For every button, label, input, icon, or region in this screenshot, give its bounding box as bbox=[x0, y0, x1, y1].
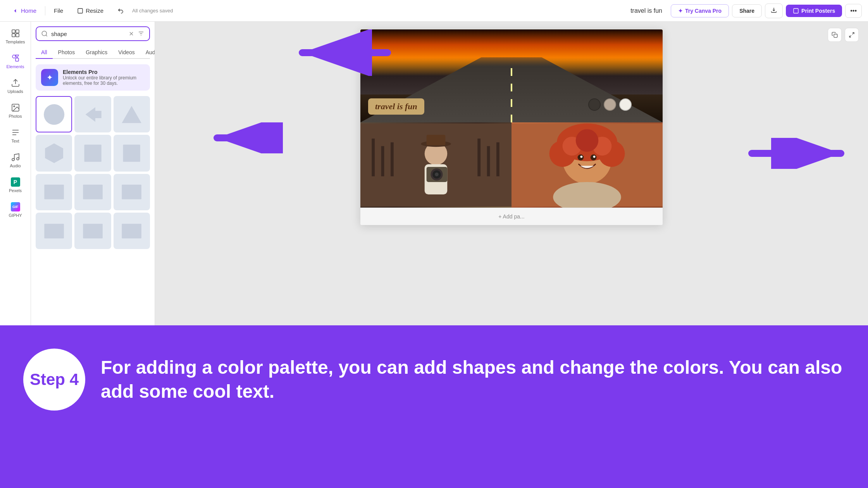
svg-rect-32 bbox=[381, 146, 384, 176]
sidebar-item-pexels[interactable]: P Pexels bbox=[2, 174, 29, 197]
try-pro-button[interactable]: ✦ Try Canva Pro bbox=[671, 4, 729, 17]
bottom-section: Step 4 For adding a color palette, you c… bbox=[0, 325, 868, 488]
shape-arrow-left[interactable] bbox=[74, 96, 111, 132]
svg-rect-31 bbox=[372, 139, 375, 177]
shape-rect-3[interactable] bbox=[114, 174, 150, 210]
share-label: Share bbox=[739, 8, 754, 14]
undo-button[interactable] bbox=[112, 5, 129, 16]
file-button[interactable]: File bbox=[48, 5, 69, 16]
sidebar-item-elements[interactable]: Elements bbox=[2, 50, 29, 73]
tab-videos[interactable]: Videos bbox=[113, 46, 140, 59]
home-button[interactable]: Home bbox=[6, 5, 42, 17]
clear-search-icon[interactable] bbox=[128, 31, 134, 37]
svg-point-11 bbox=[12, 158, 14, 161]
road-line bbox=[511, 67, 512, 122]
step-number: Step 4 bbox=[30, 371, 79, 388]
canvas-road-image: travel is fun bbox=[360, 29, 663, 122]
tab-audio[interactable]: Audio bbox=[140, 46, 155, 59]
saved-status: All changes saved bbox=[132, 8, 173, 14]
sidebar-item-photos[interactable]: Photos bbox=[2, 99, 29, 122]
square2-shape-icon bbox=[119, 141, 144, 165]
photos-icon bbox=[11, 103, 20, 112]
try-pro-label: Try Canva Pro bbox=[685, 8, 722, 14]
print-label: Print Posters bbox=[801, 8, 835, 14]
svg-rect-25 bbox=[122, 185, 142, 199]
svg-marker-8 bbox=[16, 55, 19, 58]
tab-graphics[interactable]: Graphics bbox=[80, 46, 113, 59]
step-circle: Step 4 bbox=[23, 349, 85, 411]
svg-rect-24 bbox=[83, 185, 103, 199]
download-button[interactable] bbox=[765, 3, 783, 18]
svg-marker-19 bbox=[122, 106, 142, 123]
svg-marker-20 bbox=[45, 143, 63, 163]
shape-grid bbox=[36, 96, 150, 249]
shape-square-2[interactable] bbox=[114, 135, 150, 171]
expand-icon bbox=[849, 32, 855, 38]
duplicate-canvas-button[interactable] bbox=[828, 28, 842, 42]
rect4-shape-icon bbox=[42, 219, 66, 243]
shape-rect-4[interactable] bbox=[36, 213, 72, 249]
tab-all[interactable]: All bbox=[36, 46, 53, 59]
color-dot-light[interactable] bbox=[619, 98, 632, 111]
svg-rect-23 bbox=[44, 185, 64, 199]
sidebar-item-audio[interactable]: Audio bbox=[2, 149, 29, 172]
filter-tabs: All Photos Graphics Videos Audio bbox=[36, 46, 150, 59]
svg-rect-4 bbox=[12, 34, 15, 37]
sidebar-item-uploads[interactable]: Uploads bbox=[2, 74, 29, 98]
svg-rect-2 bbox=[12, 30, 15, 33]
giphy-logo: GIF bbox=[11, 202, 20, 211]
svg-point-12 bbox=[17, 158, 19, 160]
duplicate-icon bbox=[832, 32, 838, 38]
shape-square-outline[interactable] bbox=[74, 135, 111, 171]
wave-top bbox=[0, 325, 868, 349]
sidebar-item-text[interactable]: Text bbox=[2, 124, 29, 147]
download-icon bbox=[771, 7, 777, 13]
svg-point-17 bbox=[44, 104, 64, 125]
svg-rect-0 bbox=[78, 9, 83, 13]
shape-rect-6[interactable] bbox=[114, 213, 150, 249]
print-icon bbox=[793, 8, 799, 14]
triangle-shape-icon bbox=[119, 102, 144, 127]
shape-rect-1[interactable] bbox=[36, 174, 72, 210]
share-button[interactable]: Share bbox=[732, 4, 762, 17]
square-outline-shape-icon bbox=[81, 141, 105, 165]
more-options-button[interactable]: ••• bbox=[845, 4, 862, 18]
search-input[interactable] bbox=[51, 31, 125, 37]
shape-circle[interactable] bbox=[36, 96, 72, 132]
hexagon-shape-icon bbox=[42, 141, 66, 165]
color-dot-mid[interactable] bbox=[604, 98, 616, 111]
travel-text-bubble[interactable]: travel is fun bbox=[368, 98, 424, 115]
arrow-annotation-colors bbox=[744, 138, 860, 169]
svg-point-6 bbox=[12, 55, 16, 58]
svg-point-44 bbox=[435, 173, 439, 177]
sidebar-item-giphy[interactable]: GIF GIPHY bbox=[2, 198, 29, 222]
audio-icon bbox=[11, 153, 20, 162]
add-page-bar[interactable]: + Add pa... bbox=[360, 208, 663, 225]
expand-canvas-button[interactable] bbox=[845, 28, 859, 42]
color-dots bbox=[588, 98, 632, 111]
shape-rect-5[interactable] bbox=[74, 213, 111, 249]
photo-right[interactable] bbox=[512, 122, 663, 208]
shape-rect-2[interactable] bbox=[74, 174, 111, 210]
photo-left[interactable]: 📷 bbox=[360, 122, 512, 208]
shape-hexagon[interactable] bbox=[36, 135, 72, 171]
elements-pro-icon: ✦ bbox=[41, 69, 58, 86]
print-button[interactable]: Print Posters bbox=[786, 5, 842, 17]
filter-icon[interactable] bbox=[138, 30, 145, 37]
rect3-shape-icon bbox=[119, 180, 144, 204]
resize-label: Resize bbox=[86, 7, 103, 14]
tab-photos[interactable]: Photos bbox=[53, 46, 81, 59]
svg-rect-5 bbox=[16, 34, 19, 37]
elements-icon bbox=[11, 53, 20, 63]
svg-rect-29 bbox=[834, 34, 837, 38]
resize-button[interactable]: Resize bbox=[72, 5, 109, 16]
shape-triangle[interactable] bbox=[114, 96, 150, 132]
sidebar-item-templates[interactable]: Templates bbox=[2, 25, 29, 48]
svg-rect-1 bbox=[794, 9, 798, 13]
camera-photo-art bbox=[360, 122, 512, 208]
elements-pro-banner: ✦ Elements Pro Unlock our entire library… bbox=[36, 64, 150, 91]
color-dot-dark[interactable] bbox=[588, 98, 601, 111]
sidebar-giphy-label: GIPHY bbox=[9, 213, 22, 218]
sidebar-text-label: Text bbox=[11, 139, 19, 143]
svg-rect-35 bbox=[487, 146, 490, 176]
